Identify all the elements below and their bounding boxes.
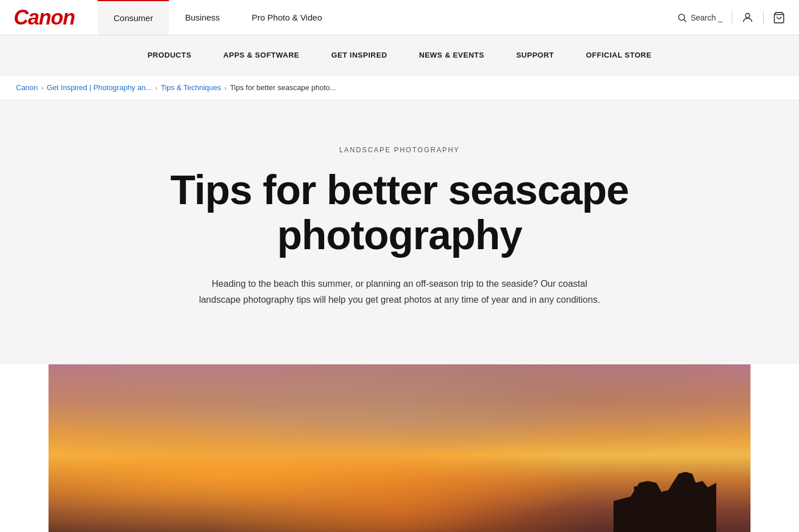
nav-tab-consumer[interactable]: Consumer	[98, 0, 169, 35]
breadcrumb-sep-3: ›	[224, 84, 227, 91]
breadcrumb-home[interactable]: Canon	[16, 83, 38, 92]
sec-nav-inspired[interactable]: GET INSPIRED	[316, 35, 403, 75]
nav-tab-pro[interactable]: Pro Photo & Video	[236, 0, 338, 35]
sec-nav-support[interactable]: SUPPORT	[500, 35, 570, 75]
nav-divider	[732, 11, 732, 25]
hero-image	[49, 364, 750, 532]
hero-title: Tips for better seascape photography	[86, 168, 713, 258]
breadcrumb: Canon › Get Inspired | Photography an...…	[0, 75, 799, 100]
search-icon	[677, 13, 687, 23]
nav-tabs: Consumer Business Pro Photo & Video	[98, 0, 338, 35]
svg-point-2	[745, 13, 749, 17]
search-label: Search _	[691, 13, 723, 22]
breadcrumb-current: Tips for better seascape photo...	[230, 83, 336, 92]
sec-nav-products[interactable]: PRODUCTS	[131, 35, 207, 75]
breadcrumb-inspired[interactable]: Get Inspired | Photography an...	[47, 83, 152, 92]
image-section	[0, 364, 799, 532]
sec-nav-apps[interactable]: APPS & SOFTWARE	[207, 35, 315, 75]
breadcrumb-sep-2: ›	[155, 84, 158, 91]
hero-description: Heading to the beach this summer, or pla…	[194, 276, 605, 307]
nav-tab-business[interactable]: Business	[169, 0, 236, 35]
top-navigation: Canon Consumer Business Pro Photo & Vide…	[0, 0, 799, 35]
tower-top	[634, 486, 649, 491]
search-button[interactable]: Search _	[677, 13, 723, 23]
tower-silhouette	[636, 490, 647, 513]
user-icon[interactable]	[741, 11, 754, 24]
sec-nav-news[interactable]: NEWS & EVENTS	[403, 35, 500, 75]
svg-point-0	[679, 14, 685, 21]
hero-category: LANDSCAPE PHOTOGRAPHY	[339, 146, 459, 154]
top-actions: Search _	[663, 0, 799, 35]
breadcrumb-sep-1: ›	[41, 84, 43, 91]
cloud-layer	[49, 364, 750, 492]
nav-divider-2	[763, 11, 764, 25]
cart-icon[interactable]	[773, 11, 785, 24]
breadcrumb-tips[interactable]: Tips & Techniques	[161, 83, 221, 92]
canon-logo[interactable]: Canon	[14, 7, 75, 28]
logo-area: Canon	[0, 0, 88, 35]
secondary-navigation: PRODUCTS APPS & SOFTWARE GET INSPIRED NE…	[0, 35, 799, 75]
svg-line-1	[684, 19, 686, 22]
hero-section: LANDSCAPE PHOTOGRAPHY Tips for better se…	[0, 100, 799, 364]
sec-nav-store[interactable]: OFFICIAL STORE	[570, 35, 668, 75]
